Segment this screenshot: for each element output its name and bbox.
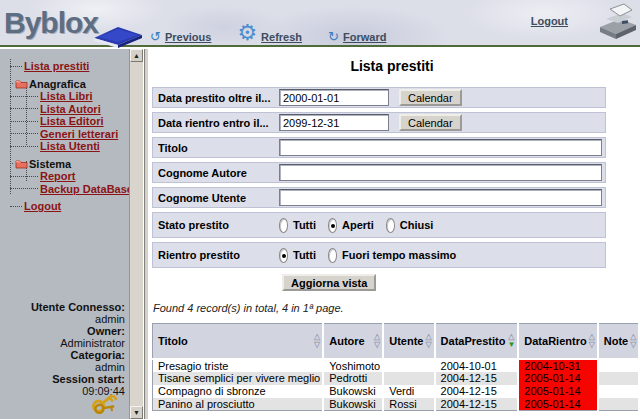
data-prestito-input[interactable] [279, 89, 389, 106]
active-sort-desc-icon: ▼ [507, 341, 515, 349]
session-user-label: Utente Connesso: [5, 301, 125, 313]
session-category-label: Categoria: [5, 349, 125, 361]
cell-note [598, 359, 640, 372]
sidebar-scrollbar[interactable]: ▲ ▼ [129, 49, 143, 419]
sidebar-item-lista-libri[interactable]: Lista Libri [0, 90, 129, 103]
sidebar-item-lista-prestiti[interactable]: Lista prestiti [0, 60, 129, 73]
toolbar: ↺ Previous ⚙ Refresh ↻ Forward [150, 30, 410, 43]
sort-arrows-icon-active[interactable]: △▼ [507, 333, 515, 349]
book-icon [92, 25, 144, 52]
radio-option-fuori-tempo[interactable]: Fuori tempo massimo [328, 248, 456, 263]
page: Byblox ↺ Previous ⚙ Refresh ↻ Forward [0, 0, 640, 419]
sidebar-item-generi-letterari[interactable]: Generi letterari [0, 128, 129, 141]
data-rientro-input[interactable] [279, 114, 389, 131]
sidebar-item-backup-database[interactable]: Backup DataBase [0, 183, 129, 196]
sort-arrows-icon[interactable]: △▽ [374, 333, 380, 349]
cell-prestito: 2004-12-15 [435, 385, 519, 398]
scroll-up-button[interactable]: ▲ [130, 49, 143, 62]
radio-icon[interactable] [279, 218, 288, 233]
sort-arrows-icon[interactable]: △▽ [314, 333, 320, 349]
cell-rientro-overdue: 2005-01-14 [518, 398, 598, 411]
radio-icon-checked[interactable] [328, 218, 337, 233]
refresh-gear-icon: ⚙ [237, 24, 257, 42]
column-header-note[interactable]: Note △▽ [598, 324, 640, 359]
results-table: Titolo △▽ Autore △▽ Utente △▽ DataPresti… [152, 323, 640, 411]
sidebar-item-lista-utenti[interactable]: Lista Utenti [0, 140, 129, 153]
radio-icon[interactable] [328, 248, 337, 263]
forward-button[interactable]: ↻ Forward [328, 30, 386, 43]
cell-autore: Yoshimoto [323, 359, 383, 372]
cell-titolo: Panino al prosciutto [153, 398, 324, 411]
sidebar-item-lista-autori[interactable]: Lista Autori [0, 103, 129, 116]
calendar-button-prestito[interactable]: Calendar [399, 89, 462, 106]
main-content: Lista prestiti Data prestito oltre il...… [150, 49, 640, 419]
refresh-button[interactable]: ⚙ Refresh [237, 31, 302, 43]
data-prestito-label: Data prestito oltre il... [153, 92, 279, 104]
cognome-autore-label: Cognome Autore [153, 167, 279, 179]
titolo-input[interactable] [279, 139, 602, 156]
rientro-prestito-label: Rientro prestito [153, 249, 279, 261]
cell-titolo: Presagio triste [153, 359, 324, 372]
form-row-titolo: Titolo [152, 137, 606, 158]
session-info: Utente Connesso: admin Owner: Administra… [5, 301, 125, 397]
sidebar-folder-anagrafica[interactable]: Anagrafica [0, 78, 129, 91]
table-row: Panino al prosciutto Bukowski Rossi 2004… [153, 398, 640, 411]
refresh-label: Refresh [261, 31, 302, 43]
column-header-datarientro[interactable]: DataRientro △▽ [518, 324, 598, 359]
cognome-autore-input[interactable] [279, 164, 602, 181]
previous-button[interactable]: ↺ Previous [150, 30, 211, 43]
folder-icon [15, 79, 28, 89]
column-header-titolo[interactable]: Titolo △▽ [153, 324, 324, 359]
form-row-cognome-utente: Cognome Utente [152, 187, 606, 208]
cell-prestito: 2004-12-15 [435, 372, 519, 385]
forward-icon: ↻ [328, 30, 339, 43]
app-logo: Byblox [4, 6, 98, 40]
titolo-label: Titolo [153, 142, 279, 154]
page-title: Lista prestiti [150, 58, 634, 74]
cell-autore: Bukowski [323, 398, 383, 411]
table-row: Tisane semplici per vivere meglio Pedrot… [153, 372, 640, 385]
calendar-button-rientro[interactable]: Calendar [399, 114, 462, 131]
scroll-down-button[interactable]: ▼ [130, 406, 143, 419]
cell-rientro-overdue: 2005-01-14 [518, 372, 598, 385]
session-owner-value: Administrator [5, 337, 125, 349]
form-row-cognome-autore: Cognome Autore [152, 162, 606, 183]
radio-option-tutti-stato[interactable]: Tutti [279, 218, 316, 233]
cell-autore: Pedrotti [323, 372, 383, 385]
sidebar-folder-sistema[interactable]: Sistema [0, 158, 129, 171]
search-form: Data prestito oltre il... Calendar Data … [152, 87, 606, 291]
cell-utente [383, 372, 434, 385]
sidebar-item-lista-editori[interactable]: Lista Editori [0, 115, 129, 128]
cell-rientro-overdue: 2004-10-31 [518, 359, 598, 372]
cell-rientro-overdue: 2005-01-14 [518, 385, 598, 398]
radio-option-chiusi[interactable]: Chiusi [386, 218, 434, 233]
column-header-utente[interactable]: Utente △▽ [383, 324, 434, 359]
column-header-dataprestito[interactable]: DataPrestito △▼ [435, 324, 519, 359]
session-owner-label: Owner: [5, 325, 125, 337]
column-header-autore[interactable]: Autore △▽ [323, 324, 383, 359]
radio-option-tutti-rientro[interactable]: Tutti [279, 248, 316, 263]
sort-arrows-icon[interactable]: △▽ [589, 333, 595, 349]
sort-arrows-icon[interactable]: △▽ [425, 333, 431, 349]
cognome-utente-input[interactable] [279, 189, 602, 206]
folder-icon [15, 159, 28, 169]
sort-arrows-icon[interactable]: △▽ [630, 333, 636, 349]
table-row: Presagio triste Yoshimoto 2004-10-01 200… [153, 359, 640, 372]
radio-option-aperti[interactable]: Aperti [328, 218, 374, 233]
cell-prestito: 2004-10-01 [435, 359, 519, 372]
aggiorna-vista-button[interactable]: Aggiorna vista [282, 274, 376, 291]
radio-icon[interactable] [386, 218, 395, 233]
radio-icon-checked[interactable] [279, 248, 288, 263]
cell-note [598, 385, 640, 398]
previous-icon: ↺ [150, 30, 161, 43]
printer-icon [594, 1, 638, 47]
sidebar-item-logout[interactable]: Logout [0, 200, 129, 213]
table-row: Compagno di sbronze Bukowski Verdi 2004-… [153, 385, 640, 398]
sidebar-item-report[interactable]: Report [0, 170, 129, 183]
session-user-value: admin [5, 313, 125, 325]
session-category-value: admin [5, 361, 125, 373]
header-logout-link[interactable]: Logout [531, 15, 568, 27]
cell-utente [383, 359, 434, 372]
form-row-data-rientro: Data rientro entro il... Calendar [152, 112, 606, 133]
form-row-stato-prestito: Stato prestito Tutti Aperti Chiusi [152, 212, 606, 238]
